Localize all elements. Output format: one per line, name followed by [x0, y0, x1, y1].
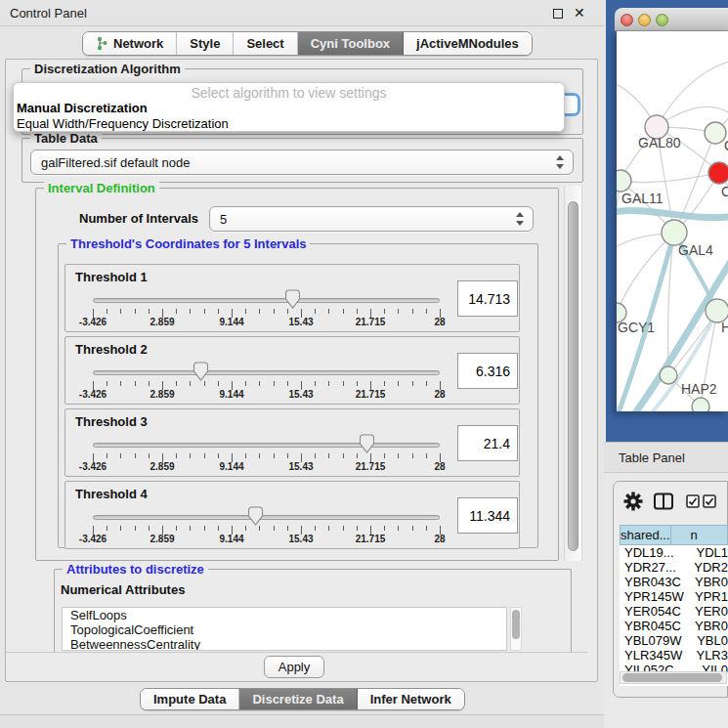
table-row[interactable]: YBR045CYBR0 [620, 619, 728, 633]
table-cell[interactable]: YBR0 [691, 619, 728, 633]
table-row[interactable]: YDL19...YDL1 [620, 545, 728, 560]
gear-icon[interactable] [623, 492, 643, 511]
thresholds-group: Threshold's Coordinates for 5 Intervals … [58, 243, 538, 548]
threshold-value-field[interactable]: 21.4 [457, 425, 518, 461]
column-header[interactable]: n [671, 525, 728, 545]
slider-tick [328, 453, 329, 458]
slider-track[interactable] [93, 515, 440, 520]
close-icon[interactable]: ✕ [574, 5, 585, 21]
table-cell[interactable]: YDL1 [692, 545, 728, 560]
table-row[interactable]: YDR27...YDR2 [620, 560, 728, 575]
close-traffic-light-icon[interactable] [621, 14, 633, 26]
slider-track[interactable] [93, 298, 440, 303]
network-window-titlebar[interactable] [615, 8, 728, 31]
tab-select[interactable]: Select [234, 32, 297, 55]
slider-thumb[interactable] [247, 506, 264, 526]
combo-stepper-icon[interactable] [556, 155, 564, 169]
network-node-hap2[interactable] [660, 366, 677, 384]
checked-checkbox-icon[interactable] [703, 494, 716, 508]
column-header[interactable]: shared... [620, 525, 671, 545]
slider-tick [287, 526, 288, 531]
algorithm-option[interactable]: Manual Discretization [17, 101, 148, 115]
network-node-red-node[interactable] [708, 162, 728, 184]
attribute-list-item[interactable]: TopologicalCoefficient [63, 622, 506, 637]
slider-tick [274, 309, 275, 314]
slider-track[interactable] [93, 370, 440, 375]
tab-impute-data[interactable]: Impute Data [141, 689, 239, 709]
slider-thumb[interactable] [193, 362, 209, 381]
table-cell[interactable]: YBL0 [693, 633, 728, 648]
slider-tick [149, 526, 150, 531]
panel-scrollbar-thumb[interactable] [568, 201, 578, 551]
table-cell[interactable]: YPR1 [691, 589, 728, 604]
attribute-list-item[interactable]: BetweennessCentrality [63, 637, 506, 651]
table-horizontal-scrollbar[interactable] [620, 671, 727, 684]
table-cell[interactable]: YDR27... [620, 560, 690, 575]
window-title: Control Panel [0, 6, 87, 21]
minimize-traffic-light-icon[interactable] [638, 14, 651, 26]
combo-stepper-icon[interactable] [516, 212, 524, 226]
control-panel-titlebar: Control Panel [0, 0, 604, 26]
algorithm-option[interactable]: Equal Width/Frequency Discretization [17, 116, 229, 131]
float-window-icon[interactable] [553, 9, 563, 19]
slider-tick-label: 15.43 [288, 461, 313, 472]
threshold-value-field[interactable]: 6.316 [457, 353, 518, 389]
table-cell[interactable]: YBR043C [620, 575, 691, 589]
slider-tick [274, 526, 275, 531]
slider-track[interactable] [93, 443, 440, 448]
table-cell[interactable]: YBL079W [620, 633, 693, 648]
checked-checkbox-icon[interactable] [686, 494, 700, 508]
tab-style[interactable]: Style [177, 32, 234, 55]
table-cell[interactable]: YLR3 [692, 648, 728, 663]
tab-infer-network[interactable]: Infer Network [358, 689, 464, 709]
slider-tick [412, 381, 413, 386]
table-row[interactable]: YER054CYER0 [620, 604, 728, 619]
table-row[interactable]: YLR345WYLR3 [620, 648, 728, 663]
zoom-traffic-light-icon[interactable] [656, 14, 668, 26]
attributes-list-scrollbar[interactable] [510, 607, 522, 651]
table-cell[interactable]: YLR345W [620, 648, 692, 663]
threshold-value-field[interactable]: 14.713 [457, 280, 518, 317]
threshold-row: Threshold 2-3.4262.8599.14415.4321.71528… [64, 336, 520, 405]
table-data-combobox[interactable]: galFiltered.sif default node [30, 150, 574, 175]
network-node-label: C [721, 184, 728, 199]
slider-tick [135, 381, 136, 386]
table-row[interactable]: YBL079WYBL0 [620, 633, 728, 648]
attribute-list-item[interactable]: SelfLoops [63, 608, 506, 622]
tab-discretize-data[interactable]: Discretize Data [239, 689, 357, 709]
tab-cyni-toolbox[interactable]: Cyni Toolbox [298, 32, 404, 55]
tab-jactivemnodules[interactable]: jActiveMNodules [404, 32, 532, 55]
split-view-icon[interactable] [653, 492, 674, 511]
network-node-gal11[interactable] [617, 170, 631, 192]
network-icon [96, 36, 108, 51]
table-cell[interactable]: YER054C [620, 604, 691, 619]
table-row[interactable]: YBR043CYBR0 [620, 575, 728, 589]
slider-thumb[interactable] [284, 289, 301, 309]
network-node-top-right[interactable] [705, 122, 726, 144]
attributes-list-scrollbar-thumb[interactable] [512, 610, 520, 639]
network-canvas[interactable]: GAL80G.CGAL11GAL4GCY1HHAP2 [617, 31, 728, 411]
table-row[interactable]: YPR145WYPR1 [620, 589, 728, 604]
apply-button[interactable]: Apply [264, 656, 324, 678]
slider-tick [412, 526, 413, 531]
slider-tick [204, 453, 205, 458]
slider-thumb[interactable] [359, 434, 375, 453]
table-cell[interactable]: YDR2 [690, 560, 728, 575]
table-cell[interactable]: YBR0 [691, 575, 728, 589]
attributes-group: Attributes to discretize Numerical Attri… [54, 569, 572, 653]
table-cell[interactable]: YDL19... [620, 545, 692, 560]
table-cell[interactable]: YER0 [691, 604, 728, 619]
slider-tick [426, 381, 427, 386]
table-horizontal-scrollbar-thumb[interactable] [622, 673, 722, 682]
number-of-intervals-combobox[interactable]: 5 [209, 206, 534, 232]
panel-scrollbar[interactable] [564, 186, 582, 561]
slider-tick [287, 381, 288, 386]
slider-tick [328, 309, 329, 314]
table-cell[interactable]: YBR045C [620, 619, 691, 633]
numerical-attributes-list[interactable]: SelfLoopsTopologicalCoefficientBetweenne… [62, 607, 507, 651]
slider-tick [245, 381, 246, 386]
tab-network[interactable]: Network [83, 32, 177, 55]
table-cell[interactable]: YPR145W [620, 589, 691, 604]
network-node-bottom[interactable] [692, 398, 709, 411]
threshold-value-field[interactable]: 11.344 [457, 497, 518, 534]
